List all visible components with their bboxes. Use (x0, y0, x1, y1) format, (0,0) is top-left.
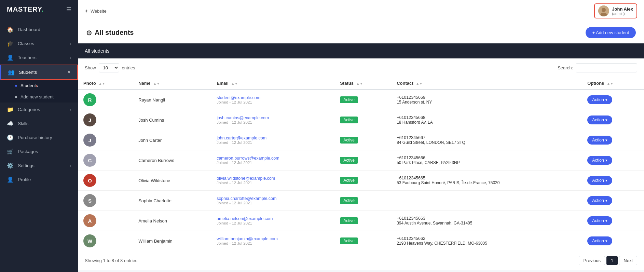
action-button[interactable]: Action (587, 156, 612, 165)
student-joined: Joined - 12 Jul 2021 (217, 140, 329, 145)
cell-options: Action (582, 90, 644, 110)
cell-contact: +61012345666 50 Park Place, CARSE, PA29 … (391, 150, 582, 171)
status-badge: Active (340, 96, 358, 103)
sort-icon[interactable]: ▲▼ (153, 82, 160, 85)
sort-icon[interactable]: ▲▼ (231, 82, 238, 85)
cell-name: John Carter (133, 130, 211, 150)
search-label: Search: (558, 65, 573, 70)
sidebar-item-categories[interactable]: 📁 Categories › (0, 103, 78, 117)
student-email: olivia.wildstone@example.com (217, 176, 329, 181)
table-header-row: Photo ▲▼ Name ▲▼ Email ▲▼ Status ▲▼ Cont… (78, 77, 644, 90)
sidebar-item-profile[interactable]: 👤 Profile (0, 173, 78, 187)
sidebar-item-packages[interactable]: 🛒 Packages (0, 145, 78, 159)
action-button[interactable]: Action (587, 196, 612, 205)
sort-icon[interactable]: ▲▼ (416, 82, 423, 85)
cell-email: student@example.com Joined - 12 Jul 2021 (211, 90, 334, 110)
entries-select[interactable]: 10 25 50 100 (99, 63, 119, 72)
teachers-icon: 👤 (7, 54, 14, 61)
sidebar-item-label: Categories (18, 107, 40, 112)
cell-contact: +61012345668 18 Hamsford Av, LA (391, 110, 582, 130)
status-badge: Active (340, 237, 358, 244)
cell-contact: +61012345665 53 Faubourg Saint Honoré, P… (391, 171, 582, 191)
action-button[interactable]: Action (587, 136, 612, 145)
contact-phone: +61012345662 (397, 236, 576, 241)
cell-photo: W (78, 231, 133, 251)
student-avatar: R (83, 93, 96, 106)
contact-address: 394 Austin Avenue, Savannah, GA-31405 (397, 221, 576, 226)
sidebar-item-label: Classes (18, 41, 34, 46)
action-button[interactable]: Action (587, 216, 612, 225)
user-badge[interactable]: John Alex (admin) (594, 3, 637, 18)
next-button[interactable]: Next (619, 256, 637, 265)
search-input[interactable] (576, 63, 637, 72)
avatar (598, 5, 609, 16)
cell-name: Cameron Burrows (133, 150, 211, 171)
sidebar-item-students[interactable]: 👥 Students ∨ (0, 65, 78, 80)
sort-icon[interactable]: ▲▼ (356, 82, 363, 85)
cell-email: josh.cumins@example.com Joined - 12 Jul … (211, 110, 334, 130)
contact-address: 84 Guild Street, LONDON, SE17 3TQ (397, 140, 576, 145)
classes-icon: 🎓 (7, 40, 14, 47)
cell-photo: R (78, 90, 133, 110)
add-new-student-button[interactable]: + Add new student (586, 27, 636, 38)
cell-photo: A (78, 211, 133, 231)
student-joined: Joined - 12 Jul 2021 (217, 161, 329, 165)
sidebar-item-dashboard[interactable]: 🏠 Dashboard (0, 23, 78, 37)
sort-icon[interactable]: ▲▼ (607, 82, 614, 85)
hamburger-icon[interactable]: ☰ (66, 6, 71, 13)
cell-options: Action (582, 110, 644, 130)
contact-address: 53 Faubourg Saint Honoré, PARIS, Île-de-… (397, 180, 576, 185)
sidebar-item-classes[interactable]: 🎓 Classes › (0, 37, 78, 51)
search-box: Search: (558, 63, 637, 72)
dot-icon (15, 96, 17, 98)
table-row: R Rayan Nangli student@example.com Joine… (78, 90, 644, 110)
chevron-right-icon: › (70, 164, 71, 168)
action-button[interactable]: Action (587, 95, 612, 104)
cell-status: Active (334, 130, 391, 150)
status-badge: Active (340, 117, 358, 123)
show-entries: Show 10 25 50 100 entries (85, 63, 135, 72)
main-content: ✈ Website John Alex (admin) ⊙ All studen… (78, 0, 644, 272)
cell-status: Active (334, 211, 391, 231)
table-row: S Sophia Charlotte sophia.charlotte@exam… (78, 191, 644, 211)
user-info: John Alex (admin) (612, 6, 633, 16)
sidebar-item-settings[interactable]: ⚙️ Settings › (0, 159, 78, 173)
students-icon: 👥 (8, 69, 15, 76)
sidebar-item-label: Skills (18, 121, 29, 126)
cell-contact: +61012345663 394 Austin Avenue, Savannah… (391, 211, 582, 231)
action-button[interactable]: Action (587, 115, 612, 124)
status-badge: Active (340, 197, 358, 204)
cell-contact: +61012345667 84 Guild Street, LONDON, SE… (391, 130, 582, 150)
table-row: W William Benjamin william.benjamin@exam… (78, 231, 644, 251)
sidebar-item-teachers[interactable]: 👤 Teachers › (0, 51, 78, 65)
prev-button[interactable]: Previous (579, 256, 605, 265)
sidebar-nav: 🏠 Dashboard 🎓 Classes › 👤 Teachers › 👥 S… (0, 19, 78, 272)
col-contact: Contact ▲▼ (391, 77, 582, 90)
contact-phone: +61012345668 (397, 115, 576, 120)
col-email: Email ▲▼ (211, 77, 334, 90)
sidebar-item-skills[interactable]: ☁️ Skills (0, 117, 78, 131)
col-options: Options ▲▼ (582, 77, 644, 90)
home-icon: 🏠 (7, 26, 14, 33)
plane-icon: ✈ (85, 9, 88, 14)
col-photo: Photo ▲▼ (78, 77, 133, 90)
cell-options: Action (582, 191, 644, 211)
sidebar-item-purchase-history[interactable]: 🕐 Purchase history (0, 131, 78, 145)
status-badge: Active (340, 177, 358, 184)
sort-icon[interactable]: ▲▼ (98, 82, 105, 85)
cell-status: Active (334, 90, 391, 110)
cell-status: Active (334, 150, 391, 171)
cell-email: sophia.charlotte@example.com Joined - 12… (211, 191, 334, 211)
action-button[interactable]: Action (587, 236, 612, 245)
cell-status: Active (334, 110, 391, 130)
action-button[interactable]: Action (587, 176, 612, 185)
cell-email: cameron.burrows@example.com Joined - 12 … (211, 150, 334, 171)
content-area: All students Show 10 25 50 100 entries S… (78, 43, 644, 272)
website-link[interactable]: Website (91, 9, 107, 14)
contact-phone: +61012345663 (397, 216, 576, 221)
sidebar-subitem-add-student[interactable]: Add new student (0, 91, 78, 103)
student-avatar: J (83, 113, 96, 126)
sidebar-subitem-students[interactable]: Students ← (0, 80, 78, 91)
student-joined: Joined - 12 Jul 2021 (217, 241, 329, 245)
page-1-button[interactable]: 1 (606, 256, 618, 265)
